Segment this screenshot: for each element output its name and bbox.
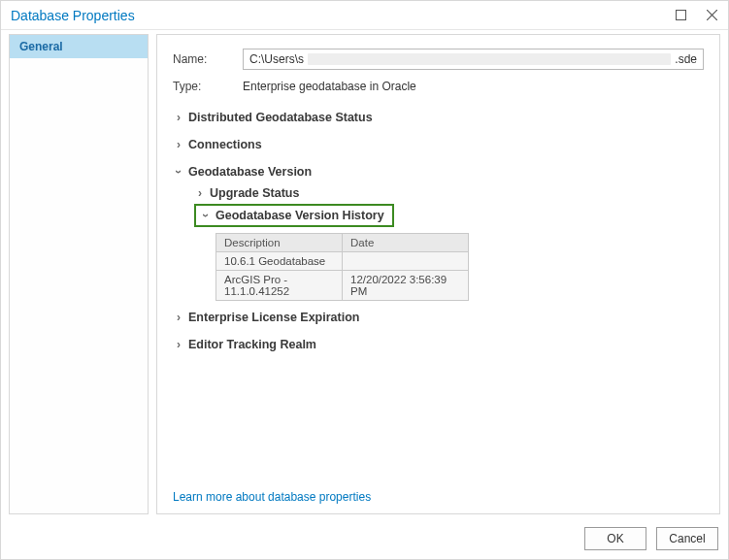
chevron-right-icon: › — [173, 138, 184, 151]
ok-button[interactable]: OK — [584, 527, 646, 550]
license-expiration-header[interactable]: › Enterprise License Expiration — [173, 307, 704, 328]
version-history-highlight: › Geodatabase Version History — [194, 204, 394, 227]
version-history-header[interactable]: › Geodatabase Version History — [198, 208, 386, 223]
window-title: Database Properties — [11, 8, 672, 23]
learn-more-link[interactable]: Learn more about database properties — [173, 490, 371, 504]
table-row: ArcGIS Pro - 11.1.0.41252 12/20/2022 3:5… — [216, 271, 469, 301]
section-distributed: › Distributed Geodatabase Status — [173, 107, 704, 128]
chevron-right-icon: › — [173, 338, 184, 351]
window-controls — [672, 7, 720, 24]
chevron-down-icon: › — [172, 166, 185, 178]
col-description: Description — [216, 234, 343, 252]
tab-general[interactable]: General — [10, 35, 148, 58]
section-distributed-header[interactable]: › Distributed Geodatabase Status — [173, 107, 704, 128]
chevron-right-icon: › — [173, 111, 184, 124]
chevron-down-icon: › — [199, 210, 213, 221]
chevron-right-icon: › — [194, 186, 206, 200]
section-version-history: › Geodatabase Version History Descriptio… — [194, 204, 704, 301]
section-license-expiration: › Enterprise License Expiration — [173, 307, 704, 328]
table-row: 10.6.1 Geodatabase — [216, 252, 469, 271]
name-value-prefix: C:\Users\s — [249, 52, 304, 66]
section-distributed-label: Distributed Geodatabase Status — [188, 111, 373, 124]
redacted-path — [308, 53, 671, 65]
name-field[interactable]: C:\Users\s .sde — [243, 49, 704, 70]
maximize-icon[interactable] — [672, 7, 689, 24]
name-value-suffix: .sde — [675, 52, 697, 66]
chevron-right-icon: › — [173, 311, 184, 324]
upgrade-status-header[interactable]: › Upgrade Status — [194, 182, 704, 204]
section-geo-version-header[interactable]: › Geodatabase Version — [173, 161, 704, 182]
name-label: Name: — [173, 52, 243, 66]
main-panel: Name: C:\Users\s .sde Type: Enterprise g… — [156, 34, 720, 514]
cell-description: 10.6.1 Geodatabase — [216, 252, 343, 271]
section-geo-version-label: Geodatabase Version — [188, 165, 312, 179]
cell-description: ArcGIS Pro - 11.1.0.41252 — [216, 271, 343, 301]
cell-date — [343, 252, 469, 271]
close-icon[interactable] — [703, 7, 720, 24]
sidebar: General — [9, 34, 149, 514]
dialog-footer: OK Cancel — [1, 518, 728, 559]
cell-date: 12/20/2022 3:56:39 PM — [343, 271, 469, 301]
cancel-button[interactable]: Cancel — [656, 527, 718, 550]
upgrade-status-label: Upgrade Status — [210, 186, 299, 200]
section-connections: › Connections — [173, 134, 704, 155]
type-label: Type: — [173, 80, 243, 93]
name-row: Name: C:\Users\s .sde — [173, 49, 704, 70]
col-date: Date — [343, 234, 469, 252]
type-value: Enterprise geodatabase in Oracle — [243, 80, 416, 93]
table-header-row: Description Date — [216, 234, 469, 252]
type-row: Type: Enterprise geodatabase in Oracle — [173, 80, 704, 93]
editor-tracking-label: Editor Tracking Realm — [188, 338, 316, 351]
section-connections-header[interactable]: › Connections — [173, 134, 704, 155]
version-history-label: Geodatabase Version History — [215, 209, 384, 222]
section-connections-label: Connections — [188, 138, 262, 151]
svg-rect-0 — [676, 11, 685, 20]
section-geo-version: › Geodatabase Version › Upgrade Status ›… — [173, 161, 704, 301]
client-area: General Name: C:\Users\s .sde Type: Ente… — [1, 30, 728, 518]
version-history-table: Description Date 10.6.1 Geodatabase ArcG… — [215, 233, 469, 301]
sections: › Distributed Geodatabase Status › Conne… — [173, 107, 704, 355]
title-bar: Database Properties — [1, 1, 728, 30]
section-editor-tracking: › Editor Tracking Realm — [173, 334, 704, 355]
section-upgrade-status: › Upgrade Status — [194, 182, 704, 204]
license-expiration-label: Enterprise License Expiration — [188, 311, 359, 324]
editor-tracking-header[interactable]: › Editor Tracking Realm — [173, 334, 704, 355]
